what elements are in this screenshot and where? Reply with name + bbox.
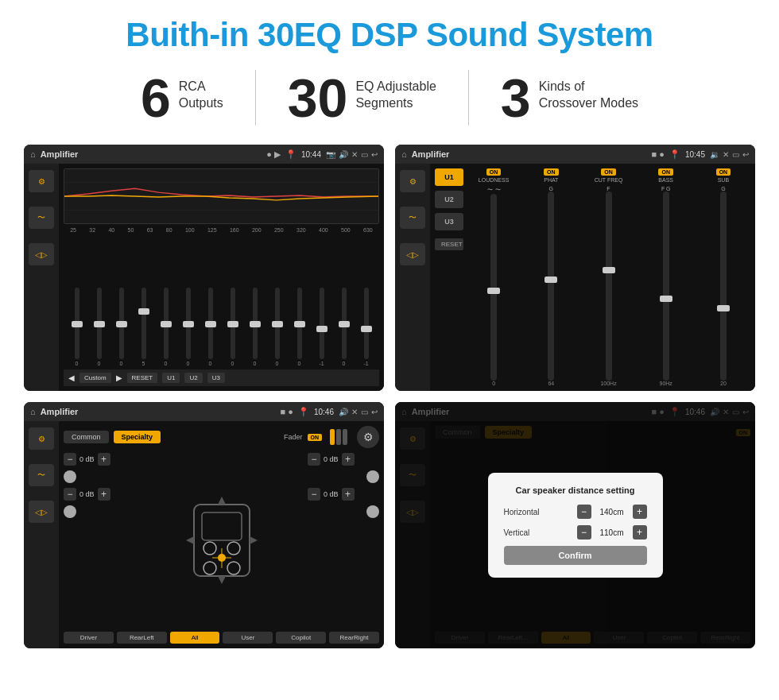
eq-thumb-12[interactable] <box>339 321 350 327</box>
amp-u2-btn[interactable]: U2 <box>435 191 463 208</box>
eq-thumb-2[interactable] <box>116 321 127 327</box>
eq-thumb-6[interactable] <box>205 321 216 327</box>
mixer-tab-specialty[interactable]: Specialty <box>114 431 161 443</box>
db-minus-1[interactable]: − <box>64 453 76 466</box>
amp-sidebar-btn-3[interactable]: ◁▷ <box>400 243 425 265</box>
mixer-topbar-title: Amplifier <box>41 407 276 416</box>
eq-thumb-13[interactable] <box>361 326 372 332</box>
amp-phat-slider[interactable] <box>548 191 554 381</box>
db-minus-4[interactable]: − <box>308 488 320 501</box>
mixer-sidebar-btn-2[interactable]: 〜 <box>29 464 54 486</box>
amp-bass-col: ON BASS F G 90Hz <box>639 168 693 386</box>
mixer-back-icon: ↩ <box>371 408 378 416</box>
eq-sidebar-btn-1[interactable]: ⚙ <box>29 170 54 192</box>
eq-screen-body: ⚙ 〜 ◁▷ <box>24 164 384 391</box>
amp-cutfreq-slider[interactable] <box>606 191 612 381</box>
db-plus-4[interactable]: + <box>342 488 355 501</box>
confirm-button[interactable]: Confirm <box>504 546 647 565</box>
eq-time: 10:44 <box>301 150 321 159</box>
mixer-copilot-btn[interactable]: Copilot <box>276 632 326 644</box>
eq-next-btn[interactable]: ▶ <box>116 373 122 382</box>
eq-thumb-10[interactable] <box>294 321 305 327</box>
eq-thumb-0[interactable] <box>72 321 83 327</box>
horizontal-plus-btn[interactable]: + <box>633 505 647 519</box>
eq-sidebar-btn-2[interactable]: 〜 <box>29 207 54 229</box>
db-control-2: − 0 dB + <box>64 488 135 501</box>
mixer-rearright-btn[interactable]: RearRight <box>329 632 379 644</box>
eq-thumb-5[interactable] <box>183 321 194 327</box>
eq-thumb-3[interactable] <box>138 308 149 315</box>
stat-number-crossover: 3 <box>501 71 531 125</box>
amp-screen-body: ⚙ 〜 ◁▷ U1 U2 U3 RESET ON LO <box>395 164 755 391</box>
mixer-rearleft-btn[interactable]: RearLeft <box>117 632 167 644</box>
back-icon: ↩ <box>371 150 378 159</box>
mixer-sidebar-btn-3[interactable]: ◁▷ <box>29 501 54 523</box>
amp-cutfreq-col: ON CUT FREQ F 100Hz <box>581 168 635 386</box>
amp-sidebar-btn-1[interactable]: ⚙ <box>400 170 425 192</box>
vertical-row: Vertical − 110cm + <box>504 525 647 540</box>
mixer-sidebar-btn-1[interactable]: ⚙ <box>29 427 54 450</box>
amp-sub-slider[interactable] <box>720 191 727 381</box>
eq-slider-5: 0 <box>178 288 198 366</box>
amp-cutfreq-thumb[interactable] <box>603 267 615 273</box>
eq-sidebar-btn-3[interactable]: ◁▷ <box>29 243 54 265</box>
vertical-minus-btn[interactable]: − <box>577 525 591 540</box>
eq-thumb-9[interactable] <box>272 321 283 327</box>
db-plus-3[interactable]: + <box>342 453 355 466</box>
amp-sidebar-btn-2[interactable]: 〜 <box>400 207 425 229</box>
eq-slider-2: 0 <box>111 288 131 366</box>
amp-reset-btn[interactable]: RESET <box>435 238 463 250</box>
speaker-icon-3 <box>366 470 379 483</box>
amp-sub-thumb[interactable] <box>717 305 730 311</box>
amp-screen-card: ⌂ Amplifier ■ ● 📍 10:45 🔉 ✕ ▭ ↩ ⚙ 〜 ◁▷ <box>395 145 755 391</box>
svg-point-8 <box>203 562 216 574</box>
amp-bass-thumb[interactable] <box>660 296 672 302</box>
stat-label-eq: EQ AdjustableSegments <box>355 71 436 112</box>
eq-graph <box>64 168 379 224</box>
db-minus-2[interactable]: − <box>64 488 76 501</box>
db-plus-1[interactable]: + <box>98 453 110 466</box>
car-diagram <box>141 453 301 627</box>
amp-bass-slider[interactable] <box>663 191 669 381</box>
amp-location-icon: 📍 <box>669 149 680 160</box>
eq-dot-icon: ● ▶ <box>266 149 281 160</box>
eq-thumb-4[interactable] <box>161 321 172 327</box>
settings-wheel-icon[interactable]: ⚙ <box>357 426 379 448</box>
page-wrapper: Buith-in 30EQ DSP Sound System 6 RCAOutp… <box>0 0 779 664</box>
screens-grid: ⌂ Amplifier ● ▶ 📍 10:44 📷 🔊 ✕ ▭ ↩ ⚙ 〜 ◁▷ <box>24 145 755 648</box>
svg-marker-14 <box>218 576 226 584</box>
amp-loudness-thumb[interactable] <box>487 288 500 294</box>
amp-u3-btn[interactable]: U3 <box>435 213 463 230</box>
amp-time: 10:45 <box>685 150 705 159</box>
db-plus-2[interactable]: + <box>98 488 110 501</box>
speaker-icon-2 <box>64 505 76 518</box>
eq-thumb-11[interactable] <box>316 326 327 332</box>
mixer-user-btn[interactable]: User <box>223 632 273 644</box>
eq-prev-btn[interactable]: ◀ <box>68 373 75 382</box>
eq-u2-btn[interactable]: U2 <box>184 373 202 383</box>
amp-u1-btn[interactable]: U1 <box>435 168 463 186</box>
eq-u1-btn[interactable]: U1 <box>162 373 180 383</box>
mixer-all-btn[interactable]: All <box>170 632 220 644</box>
eq-thumb-1[interactable] <box>94 321 105 327</box>
mixer-tab-common[interactable]: Common <box>64 431 109 443</box>
vertical-plus-btn[interactable]: + <box>633 525 647 540</box>
eq-thumb-8[interactable] <box>250 321 261 327</box>
eq-screen-card: ⌂ Amplifier ● ▶ 📍 10:44 📷 🔊 ✕ ▭ ↩ ⚙ 〜 ◁▷ <box>24 145 384 391</box>
eq-freq-labels: 253240506380100125160200250320400500630 <box>64 227 379 233</box>
svg-marker-13 <box>218 497 226 505</box>
window-icon: ▭ <box>361 150 368 159</box>
mixer-driver-btn[interactable]: Driver <box>64 632 114 644</box>
amp-topbar-title: Amplifier <box>412 149 647 159</box>
eq-thumb-7[interactable] <box>227 321 238 327</box>
eq-u3-btn[interactable]: U3 <box>207 373 225 383</box>
eq-reset-btn[interactable]: RESET <box>127 373 158 383</box>
amp-phat-thumb[interactable] <box>545 277 557 283</box>
horizontal-minus-btn[interactable]: − <box>577 505 591 519</box>
amp-phat-col: ON PHAT G 64 <box>524 168 578 386</box>
amp-loudness-slider[interactable] <box>490 194 497 381</box>
db-minus-3[interactable]: − <box>308 453 320 466</box>
db-value-2: 0 dB <box>79 490 95 498</box>
mixer-location-icon: 📍 <box>298 407 309 417</box>
mixer-main: − 0 dB + − 0 dB + <box>64 453 379 627</box>
